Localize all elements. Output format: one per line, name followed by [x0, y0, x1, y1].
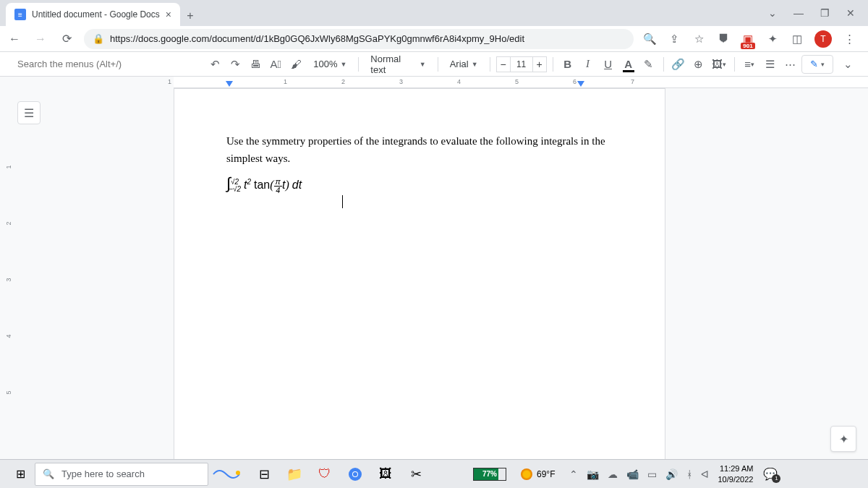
onedrive-icon[interactable]: ☁	[608, 468, 618, 480]
lock-icon: 🔒	[93, 33, 104, 44]
highlight-button[interactable]: ✎	[640, 55, 658, 74]
language-icon[interactable]: ᐊ	[701, 468, 709, 480]
close-window-button[interactable]: ✕	[839, 3, 862, 23]
paragraph-style-dropdown[interactable]: Normal text▼	[365, 55, 431, 74]
taskbar-search[interactable]: 🔍 Type here to search	[35, 463, 208, 486]
math-equation[interactable]: ∫√2−√2 t2 tan(π4t) dt	[226, 174, 613, 194]
underline-button[interactable]: U	[600, 55, 617, 74]
tab-title: Untitled document - Google Docs	[32, 9, 160, 20]
meet-now-icon[interactable]: 📹	[626, 468, 639, 480]
docs-favicon: ≡	[14, 9, 26, 20]
docs-toolbar: ↶ ↷ 🖶 Aͤ 🖌 100%▼ Normal text▼ Arial▼ − 1…	[0, 52, 868, 77]
url-field[interactable]: 🔒 https://docs.google.com/document/d/1kB…	[84, 29, 634, 49]
windows-taskbar: ⊞ 🔍 Type here to search ⊟ 📁 🛡 🖼 ✂ 77% 69…	[0, 459, 868, 488]
spellcheck-button[interactable]: Aͤ	[267, 55, 284, 74]
font-size-increase[interactable]: +	[532, 56, 547, 72]
new-tab-button[interactable]: +	[180, 6, 200, 26]
back-button[interactable]: ←	[6, 30, 23, 48]
text-color-button[interactable]: A	[620, 55, 637, 74]
mcafee-icon[interactable]: 🛡	[311, 463, 339, 486]
zoom-dropdown[interactable]: 100%▼	[307, 55, 352, 74]
search-icon: 🔍	[43, 468, 54, 479]
italic-button[interactable]: I	[579, 55, 597, 74]
insert-image-button[interactable]: 🖼▾	[710, 55, 728, 74]
photos-icon[interactable]: 🖼	[372, 463, 399, 486]
browser-tab-strip: ≡ Untitled document - Google Docs × + ⌄ …	[0, 0, 868, 26]
file-explorer-icon[interactable]: 📁	[281, 463, 308, 486]
editing-mode-button[interactable]: ✎ ▾	[801, 55, 833, 74]
insert-link-button[interactable]: 🔗	[670, 55, 687, 74]
reload-button[interactable]: ⟳	[58, 30, 75, 48]
camera-icon[interactable]: 📷	[587, 468, 599, 480]
task-view-button[interactable]: ⊟	[250, 463, 278, 486]
sun-icon	[521, 468, 532, 480]
chrome-icon[interactable]	[341, 463, 369, 486]
address-bar: ← → ⟳ 🔒 https://docs.google.com/document…	[0, 26, 868, 52]
indent-marker-right[interactable]	[577, 81, 584, 87]
volume-icon[interactable]: 🔊	[665, 468, 678, 480]
font-size-control: − 11 +	[496, 56, 547, 72]
maximize-window-button[interactable]: ❐	[813, 3, 836, 23]
extension-badge: 901	[741, 43, 754, 49]
notifications-button[interactable]: 💬1	[759, 463, 782, 486]
system-tray: ⌃ 📷 ☁ 📹 ▭ 🔊 ᚼ ᐊ	[569, 468, 709, 480]
close-tab-icon[interactable]: ×	[166, 9, 171, 20]
extension-icon[interactable]: ▣901	[741, 32, 755, 46]
chrome-menu-icon[interactable]: ⋮	[842, 32, 856, 46]
battery-icon[interactable]: ▭	[647, 468, 657, 480]
start-button[interactable]: ⊞	[6, 463, 35, 486]
snip-tool-icon[interactable]: ✂	[402, 463, 430, 486]
more-button[interactable]: ⋯	[781, 55, 799, 74]
font-dropdown[interactable]: Arial▼	[444, 55, 484, 74]
undo-button[interactable]: ↶	[206, 55, 224, 74]
redo-button[interactable]: ↷	[226, 55, 244, 74]
font-size-decrease[interactable]: −	[496, 56, 511, 72]
bookmark-icon[interactable]: ☆	[692, 32, 706, 46]
indent-marker-left[interactable]	[226, 81, 233, 87]
weather-widget[interactable]: 69°F	[521, 468, 555, 480]
url-text: https://docs.google.com/document/d/1kBg0…	[110, 33, 524, 44]
cortana-icon[interactable]	[208, 463, 244, 486]
minimize-window-button[interactable]: —	[787, 3, 810, 23]
bold-button[interactable]: B	[559, 55, 576, 74]
tray-chevron-icon[interactable]: ⌃	[569, 468, 578, 480]
battery-indicator[interactable]: 77%	[473, 468, 506, 481]
browser-tab[interactable]: ≡ Untitled document - Google Docs ×	[6, 3, 180, 26]
share-icon[interactable]: ⇪	[667, 32, 681, 46]
forward-button[interactable]: →	[32, 30, 49, 48]
document-area: ☰ 1 2 3 4 5 Use the symmetry properties …	[0, 88, 868, 459]
bluetooth-icon[interactable]: ᚼ	[686, 468, 692, 480]
chevron-down-icon[interactable]: ⌄	[761, 3, 784, 23]
align-button[interactable]: ≡▾	[741, 55, 758, 74]
vertical-ruler[interactable]: 1 2 3 4 5	[3, 88, 14, 459]
print-button[interactable]: 🖶	[247, 55, 264, 74]
profile-avatar[interactable]: T	[814, 30, 832, 48]
extensions-puzzle-icon[interactable]: ✦	[765, 32, 780, 46]
insert-comment-button[interactable]: ⊕	[690, 55, 707, 74]
explore-button[interactable]: ✦	[830, 426, 856, 452]
document-paragraph[interactable]: Use the symmetry properties of the integ…	[226, 132, 613, 167]
menu-search-input[interactable]	[12, 56, 186, 73]
collapse-toolbar-icon[interactable]: ⌄	[839, 55, 856, 74]
adblock-icon[interactable]: ⛊	[716, 32, 731, 46]
zoom-icon[interactable]: 🔍	[642, 32, 657, 46]
side-panel-icon[interactable]: ◫	[790, 32, 804, 46]
line-spacing-button[interactable]: ☰	[761, 55, 778, 74]
svg-point-0	[236, 471, 240, 475]
taskbar-clock[interactable]: 11:29 AM 10/9/2022	[718, 463, 753, 484]
font-size-value[interactable]: 11	[511, 56, 532, 72]
horizontal-ruler[interactable]: 1 1 2 3 4 5 6 7	[0, 77, 868, 88]
show-outline-button[interactable]: ☰	[17, 101, 41, 124]
document-page[interactable]: Use the symmetry properties of the integ…	[174, 88, 665, 459]
text-cursor	[342, 195, 343, 208]
paint-format-button[interactable]: 🖌	[287, 55, 305, 74]
svg-point-3	[353, 472, 357, 476]
